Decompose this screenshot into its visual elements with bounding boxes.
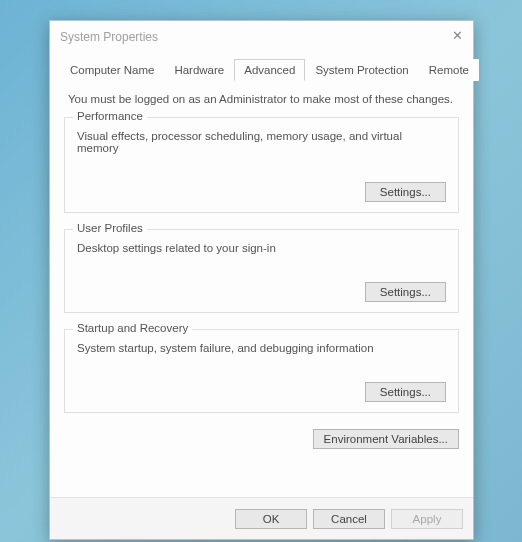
performance-group: Performance Visual effects, processor sc… xyxy=(64,117,459,213)
apply-button: Apply xyxy=(391,509,463,529)
user-profiles-button-row: Settings... xyxy=(77,282,446,302)
window-title: System Properties xyxy=(60,30,158,44)
system-properties-window: System Properties ✕ Computer Name Hardwa… xyxy=(49,20,474,540)
startup-recovery-settings-button[interactable]: Settings... xyxy=(365,382,446,402)
user-profiles-desc: Desktop settings related to your sign-in xyxy=(77,242,446,254)
performance-button-row: Settings... xyxy=(77,182,446,202)
tab-system-protection[interactable]: System Protection xyxy=(305,59,418,81)
startup-recovery-group: Startup and Recovery System startup, sys… xyxy=(64,329,459,413)
ok-button[interactable]: OK xyxy=(235,509,307,529)
tabs-bar: Computer Name Hardware Advanced System P… xyxy=(60,59,463,81)
user-profiles-settings-button[interactable]: Settings... xyxy=(365,282,446,302)
performance-legend: Performance xyxy=(73,110,147,122)
tab-computer-name[interactable]: Computer Name xyxy=(60,59,164,81)
env-vars-row: Environment Variables... xyxy=(50,429,473,449)
performance-desc: Visual effects, processor scheduling, me… xyxy=(77,130,446,154)
close-icon[interactable]: ✕ xyxy=(447,25,467,45)
cancel-button[interactable]: Cancel xyxy=(313,509,385,529)
tab-advanced[interactable]: Advanced xyxy=(234,59,305,81)
tab-content: You must be logged on as an Administrato… xyxy=(50,81,473,413)
dialog-button-bar: OK Cancel Apply xyxy=(50,497,473,539)
startup-recovery-legend: Startup and Recovery xyxy=(73,322,192,334)
startup-recovery-desc: System startup, system failure, and debu… xyxy=(77,342,446,354)
titlebar: System Properties ✕ xyxy=(50,21,473,53)
user-profiles-group: User Profiles Desktop settings related t… xyxy=(64,229,459,313)
tab-remote[interactable]: Remote xyxy=(419,59,479,81)
user-profiles-legend: User Profiles xyxy=(73,222,147,234)
performance-settings-button[interactable]: Settings... xyxy=(365,182,446,202)
admin-instruction: You must be logged on as an Administrato… xyxy=(64,93,459,105)
tab-hardware[interactable]: Hardware xyxy=(164,59,234,81)
startup-recovery-button-row: Settings... xyxy=(77,382,446,402)
environment-variables-button[interactable]: Environment Variables... xyxy=(313,429,459,449)
